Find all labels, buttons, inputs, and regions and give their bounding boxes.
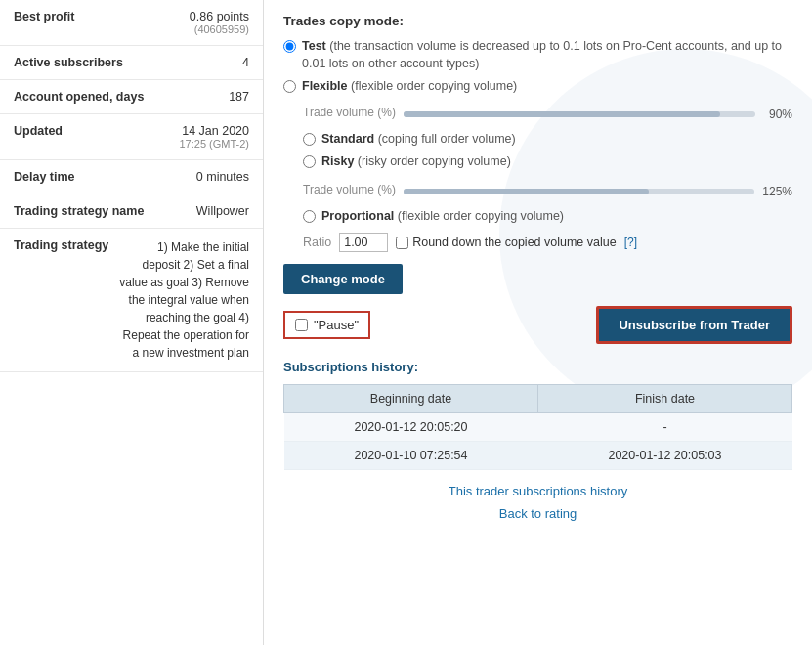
row2-beginning: 2020-01-10 07:25:54 (284, 442, 538, 470)
row2-finish: 2020-01-12 20:05:03 (538, 442, 792, 470)
risky-volume-area: Trade volume (%) 125% (283, 179, 792, 204)
best-profit-row: Best profit 0.86 points (40605959) (0, 0, 263, 46)
delay-time-row: Delay time 0 minutes (0, 160, 263, 194)
updated-value: 14 Jan 2020 17:25 (GMT-2) (179, 124, 249, 150)
delay-time-label: Delay time (14, 170, 111, 184)
active-subscribers-row: Active subscribers 4 (0, 46, 263, 80)
trader-subscriptions-history-link[interactable]: This trader subscriptions history (283, 484, 792, 498)
right-panel: Trades copy mode: Test (the transaction … (264, 0, 812, 645)
back-to-rating-link[interactable]: Back to rating (283, 506, 792, 521)
updated-label: Updated (14, 124, 111, 138)
risky-volume-row: Trade volume (%) 125% (303, 183, 792, 200)
flexible-mode-label[interactable]: Flexible (flexible order copying volume) (302, 78, 517, 96)
flexible-volume-percent: 90% (763, 108, 792, 121)
trading-strategy-text: 1) Make the initial deposit 2) Set a fin… (118, 238, 249, 362)
flexible-slider-track[interactable] (404, 111, 755, 117)
history-table: Beginning date Finish date 2020-01-12 20… (283, 384, 792, 470)
standard-mode-radio[interactable] (303, 133, 316, 146)
trading-strategy-name-row: Trading strategy name Willpower (0, 194, 263, 229)
main-container: Best profit 0.86 points (40605959) Activ… (0, 0, 812, 645)
proportional-mode-radio[interactable] (303, 210, 316, 223)
standard-mode-label[interactable]: Standard (coping full order volume) (321, 131, 516, 149)
proportional-mode-option[interactable]: Proportional (flexible order copying vol… (303, 208, 792, 226)
col-beginning-date: Beginning date (284, 385, 538, 413)
col-finish-date: Finish date (538, 385, 792, 413)
account-opened-label: Account opened, days (14, 90, 144, 104)
risky-mode-label[interactable]: Risky (risky order copying volume) (321, 153, 511, 171)
flexible-mode-radio[interactable] (283, 80, 296, 93)
updated-row: Updated 14 Jan 2020 17:25 (GMT-2) (0, 114, 263, 160)
sub-radio-group: Standard (coping full order volume) Risk… (283, 131, 792, 171)
round-down-checkbox-area: Round down the copied volume value (396, 236, 616, 249)
trading-strategy-name-label: Trading strategy name (14, 204, 144, 218)
best-profit-value: 0.86 points (40605959) (190, 10, 249, 35)
unsubscribe-button[interactable]: Unsubscribe from Trader (596, 306, 792, 344)
proportional-mode-label[interactable]: Proportional (flexible order copying vol… (321, 208, 564, 226)
account-opened-row: Account opened, days 187 (0, 80, 263, 114)
change-mode-button[interactable]: Change mode (283, 264, 403, 294)
right-content: Trades copy mode: Test (the transaction … (283, 14, 792, 521)
pause-label[interactable]: "Pause" (314, 318, 359, 332)
risky-volume-percent: 125% (762, 185, 792, 198)
action-row: "Pause" Unsubscribe from Trader (283, 306, 792, 344)
risky-mode-radio[interactable] (303, 155, 316, 168)
help-icon[interactable]: [?] (624, 236, 637, 249)
pause-checkbox[interactable] (295, 319, 308, 331)
ratio-label: Ratio (303, 236, 331, 249)
risky-slider-track[interactable] (404, 189, 754, 194)
risky-slider-fill (404, 189, 650, 194)
risky-volume-label: Trade volume (%) (303, 183, 396, 196)
standard-mode-option[interactable]: Standard (coping full order volume) (303, 131, 792, 149)
ratio-input[interactable] (339, 233, 388, 252)
proportional-radio-group: Proportional (flexible order copying vol… (283, 208, 792, 226)
trades-copy-mode-title: Trades copy mode: (283, 14, 792, 28)
row1-finish: - (538, 413, 792, 442)
flexible-slider-fill (404, 111, 720, 117)
test-mode-label[interactable]: Test (the transaction volume is decrease… (302, 38, 792, 72)
flexible-volume-label: Trade volume (%) (303, 106, 396, 119)
account-opened-value: 187 (229, 90, 249, 104)
flexible-mode-option[interactable]: Flexible (flexible order copying volume) (283, 78, 792, 96)
flexible-volume-row: Trade volume (%) 90% (303, 106, 792, 123)
delay-time-value: 0 minutes (196, 170, 249, 184)
left-panel: Best profit 0.86 points (40605959) Activ… (0, 0, 264, 645)
best-profit-label: Best profit (14, 10, 111, 23)
flexible-volume-area: Trade volume (%) 90% (283, 102, 792, 127)
trading-strategy-row: Trading strategy 1) Make the initial dep… (0, 229, 263, 372)
test-mode-option[interactable]: Test (the transaction volume is decrease… (283, 38, 792, 72)
round-down-label[interactable]: Round down the copied volume value (412, 236, 616, 249)
row1-beginning: 2020-01-12 20:05:20 (284, 413, 538, 442)
table-row: 2020-01-10 07:25:54 2020-01-12 20:05:03 (284, 442, 792, 470)
test-mode-radio[interactable] (283, 40, 296, 53)
active-subscribers-label: Active subscribers (14, 56, 123, 69)
trading-strategy-name-value: Willpower (196, 204, 249, 218)
risky-mode-option[interactable]: Risky (risky order copying volume) (303, 153, 792, 171)
active-subscribers-value: 4 (242, 56, 249, 69)
pause-checkbox-area: "Pause" (283, 311, 370, 339)
round-down-checkbox[interactable] (396, 236, 408, 249)
trading-strategy-label: Trading strategy (14, 238, 118, 252)
history-title: Subscriptions history: (283, 360, 792, 374)
footer-links: This trader subscriptions history Back t… (283, 484, 792, 521)
table-row: 2020-01-12 20:05:20 - (284, 413, 792, 442)
ratio-row: Ratio Round down the copied volume value… (283, 233, 792, 252)
